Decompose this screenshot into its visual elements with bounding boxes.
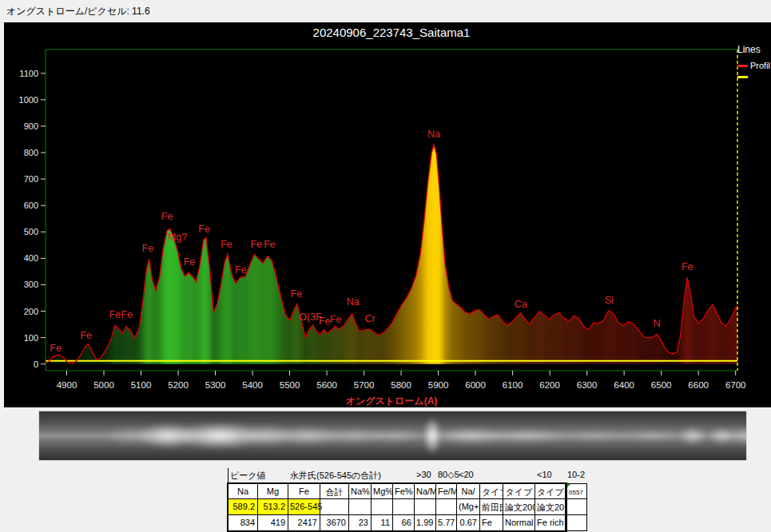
peak-label-fe: Fe (291, 288, 303, 300)
y-tick-label: 100 (24, 333, 38, 343)
x-tick-label: 6000 (465, 380, 486, 390)
peak-label-fe: Fe (319, 316, 331, 327)
legend-item-label: Profil (750, 61, 770, 70)
table-header-row: NaMgFe合計Na%Mg%Fe%Na/MgFe/MgNa/タイプタイプタイプ0… (228, 483, 587, 499)
y-tick-label: 1000 (19, 95, 38, 105)
table-cell[interactable]: 5.77 (436, 515, 457, 531)
peak-label-fe: Fe (198, 224, 210, 235)
table-header-cell[interactable]: Mg (258, 483, 288, 499)
peak-label-fe: Fe (142, 243, 154, 254)
table-header-cell[interactable]: Na/Mg (415, 483, 436, 499)
plot-area: 0100200300400500600700800900100011004900… (19, 50, 746, 407)
peak-label-na: Na (347, 296, 360, 308)
angstrom-per-pixel-label: オングストローム/ピクセル: 11.6 (6, 6, 150, 17)
table-cell[interactable]: (Mg+N (457, 499, 480, 515)
table-header-cell[interactable]: 合計 (320, 483, 349, 499)
legend-item-reference (737, 76, 771, 78)
table-cell[interactable] (320, 499, 349, 515)
table-cell[interactable]: 0.67 (457, 515, 480, 531)
table-cell[interactable] (436, 499, 457, 515)
peak-label-fe: Fe (80, 330, 92, 341)
table-cell[interactable] (566, 515, 587, 531)
table-cell[interactable]: Fe rich (535, 515, 566, 531)
table-header-cell[interactable]: タイプ (535, 483, 566, 499)
table-cell[interactable]: 11 (372, 515, 393, 531)
x-tick-label: 5500 (280, 380, 300, 390)
table-header-cell[interactable]: 0557 (566, 483, 587, 499)
table-header-cell[interactable]: Na/ (457, 483, 480, 499)
peak-label-ca: Ca (515, 299, 527, 310)
table-header-cell[interactable]: Na (228, 483, 258, 499)
peak-label-fe: Fe (330, 314, 342, 325)
legend-item-profile: Profil (737, 61, 771, 70)
table-group-header: 永井氏(526-545の合計) (288, 468, 393, 483)
peak-label-fe: Fe (264, 239, 276, 250)
x-tick-label: 6500 (651, 380, 672, 390)
table-cell[interactable]: Normal (503, 515, 535, 531)
y-tick-label: 400 (24, 253, 38, 263)
table-cell[interactable]: 23 (349, 515, 372, 531)
y-tick-label: 900 (24, 121, 38, 131)
table-group-header: <20 (457, 468, 480, 483)
table-row: 834419241736702311661.995.770.67FeNormal… (228, 515, 587, 531)
table-group-header: ピーク値 (228, 468, 288, 483)
table-header-cell[interactable]: Fe% (393, 483, 415, 499)
x-tick-label: 5800 (391, 380, 411, 390)
table-group-header: >30 (415, 468, 436, 483)
table-cell[interactable]: 513.2 (258, 499, 288, 515)
peak-label-fe: Fe (50, 343, 62, 354)
analysis-table: ピーク値永井氏(526-545の合計)>3080◇5<20<1010-2NaMg… (228, 468, 587, 531)
table-header-cell[interactable]: Fe/Mg (436, 483, 457, 499)
table-group-header (480, 468, 535, 483)
x-tick-label: 6200 (539, 380, 560, 390)
x-tick-label: 5200 (168, 380, 189, 390)
table-cell[interactable]: 論文2019 (535, 499, 566, 515)
table-cell[interactable]: 前田氏 (480, 499, 503, 515)
table-group-header: <10 (535, 468, 566, 483)
table-cell[interactable]: 526-545 (288, 499, 320, 515)
table-cell[interactable] (372, 499, 393, 515)
x-tick-label: 6300 (577, 380, 598, 390)
table-cell[interactable]: 論文2005 (503, 499, 535, 515)
y-tick-label: 300 (24, 280, 38, 289)
table-row: 589.2513.2526-545(Mg+N前田氏論文2005論文2019 (228, 499, 587, 515)
red-line-swatch-icon (737, 65, 748, 67)
table-header-cell[interactable]: Mg% (372, 483, 393, 499)
comment-flag-icon (566, 484, 570, 489)
x-tick-label: 6400 (614, 380, 634, 390)
table-cell[interactable] (393, 499, 415, 515)
table-cell[interactable] (415, 499, 436, 515)
table-cell[interactable]: 1.99 (415, 515, 436, 531)
peak-label-fe: Fe (235, 264, 247, 276)
x-tick-label: 5000 (93, 380, 114, 390)
x-tick-label: 5700 (354, 380, 375, 390)
table-header-cell[interactable]: タイプ (503, 483, 535, 499)
table-cell[interactable]: 419 (258, 515, 288, 531)
table-cell[interactable]: 589.2 (228, 499, 258, 515)
peak-label-na: Na (427, 129, 440, 140)
x-tick-label: 5400 (242, 380, 263, 390)
peak-label-fe: Fe (221, 239, 232, 250)
peak-label-fe: Fe (250, 239, 262, 250)
x-tick-label: 5300 (205, 380, 226, 390)
chart-title: 20240906_223743_Saitama1 (46, 26, 737, 39)
peak-label-fe: Fe (121, 309, 133, 320)
table-cell[interactable] (566, 499, 587, 515)
x-tick-label: 5600 (316, 380, 337, 390)
table-cell[interactable] (349, 499, 372, 515)
table-cell[interactable]: 834 (228, 515, 258, 531)
table-cell[interactable]: 2417 (288, 515, 320, 531)
table-group-header: 10-2 (566, 468, 587, 483)
y-tick-label: 700 (24, 174, 38, 184)
table-header-cell[interactable]: タイプ (480, 483, 503, 499)
table-header-cell[interactable]: Na% (349, 483, 372, 499)
table-header-cell[interactable]: Fe (288, 483, 320, 499)
peak-label-cr: Cr (364, 313, 375, 324)
spectrum-plot[interactable]: 0100200300400500600700800900100011004900… (4, 22, 771, 407)
table-cell[interactable]: 66 (393, 515, 415, 531)
y-tick-label: 0 (34, 359, 38, 369)
x-tick-label: 6600 (688, 380, 709, 390)
table-cell[interactable]: 3670 (320, 515, 349, 531)
table-cell[interactable]: Fe (480, 515, 503, 531)
spectrum-strip-blobs (38, 411, 747, 461)
